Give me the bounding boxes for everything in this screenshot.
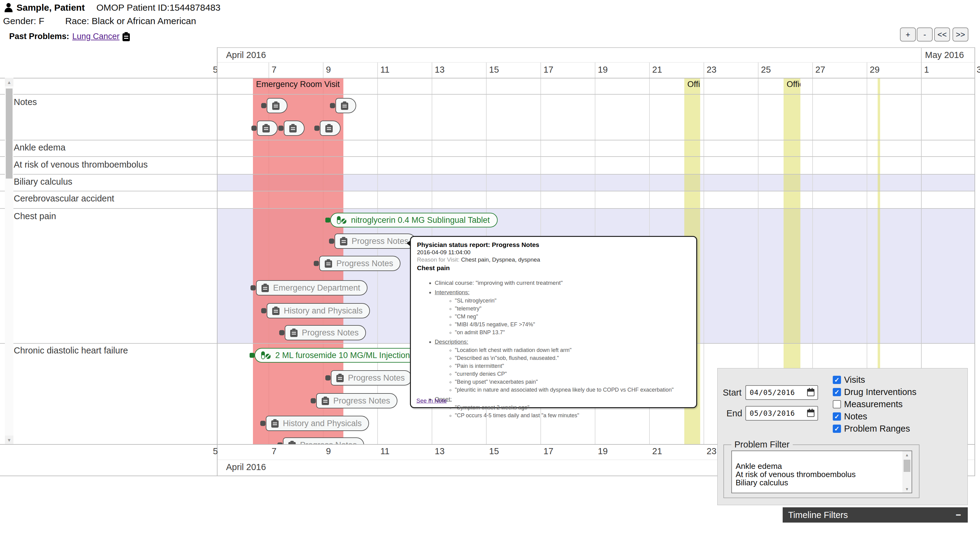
start-date-label: Start bbox=[723, 388, 741, 398]
row-label-chf: Chronic diastolic heart failure bbox=[14, 346, 128, 355]
drug-label: nitroglycerin 0.4 MG Sublingual Tablet bbox=[351, 216, 490, 225]
zoom-out-button[interactable]: - bbox=[917, 27, 933, 41]
start-date-input[interactable]: 04/05/2016 bbox=[745, 385, 818, 400]
scroll-up-button[interactable]: ▲ bbox=[5, 78, 13, 86]
medication-icon bbox=[261, 351, 271, 360]
scroll-up-button[interactable]: ▲ bbox=[902, 451, 912, 458]
note-pill[interactable] bbox=[267, 98, 288, 113]
end-date-input[interactable]: 05/03/2016 bbox=[745, 406, 818, 420]
clipboard-icon bbox=[288, 441, 296, 444]
top-tick: 3 bbox=[977, 65, 980, 75]
note-pill-history-physicals[interactable]: History and Physicals bbox=[266, 416, 369, 431]
row-label-chest-pain: Chest pain bbox=[14, 211, 56, 221]
top-tick: 21 bbox=[652, 65, 662, 75]
see-in-note-link[interactable]: See in Note bbox=[416, 397, 447, 404]
bottom-tick: 17 bbox=[544, 446, 553, 456]
drug-pill-nitroglycerin[interactable]: nitroglycerin 0.4 MG Sublingual Tablet bbox=[330, 213, 498, 227]
scroll-down-button[interactable]: ▼ bbox=[902, 485, 912, 493]
clipboard-icon bbox=[322, 396, 329, 405]
calendar-icon[interactable] bbox=[807, 389, 815, 396]
bullet-clinical-course: Clinical course: "improving with current… bbox=[435, 280, 690, 286]
visit-label: Offic bbox=[787, 80, 800, 89]
clipboard-icon bbox=[272, 306, 280, 315]
clipboard-icon bbox=[336, 374, 344, 382]
note-pill-progress-notes[interactable]: Progress Notes bbox=[319, 256, 401, 271]
clipboard-icon bbox=[290, 328, 298, 337]
calendar-icon[interactable] bbox=[807, 410, 815, 417]
past-problems: Past Problems: Lung Cancer bbox=[9, 32, 130, 41]
note-pill[interactable] bbox=[320, 121, 340, 136]
zoom-in-button[interactable]: + bbox=[900, 27, 916, 41]
bottom-tick: 9 bbox=[326, 446, 331, 456]
checkbox-checked[interactable]: ✓ bbox=[833, 376, 841, 384]
top-axis-month-may: May 2016 bbox=[925, 50, 964, 60]
filter-checkbox-problem-ranges[interactable]: ✓ Problem Ranges bbox=[833, 424, 910, 434]
problem-filter-label: Problem Filter bbox=[731, 439, 793, 450]
clipboard-icon bbox=[261, 284, 269, 292]
tooltip-bullet-list: Clinical course: "improving with current… bbox=[435, 280, 690, 419]
pan-right-button[interactable]: >> bbox=[953, 27, 968, 41]
note-pill-history-physicals[interactable]: History and Physicals bbox=[267, 303, 370, 318]
timeline-filters-bar[interactable]: Timeline Filters − bbox=[783, 507, 968, 523]
note-pill-emergency-department[interactable]: Emergency Department bbox=[256, 280, 368, 295]
scrollbar-thumb[interactable] bbox=[904, 460, 910, 472]
top-tick: 15 bbox=[489, 65, 499, 75]
top-tick: 23 bbox=[706, 65, 716, 75]
filter-checkbox-notes[interactable]: ✓ Notes bbox=[833, 411, 867, 422]
top-tick: 17 bbox=[544, 65, 553, 75]
top-tick: 1 bbox=[924, 65, 929, 75]
row-label-cerebrovascular: Cerebrovascular accident bbox=[14, 193, 114, 204]
clipboard-icon bbox=[341, 101, 348, 110]
row-label-notes: Notes bbox=[14, 97, 37, 107]
bottom-tick: 7 bbox=[272, 446, 277, 456]
row-label-at-risk-vte: At risk of venous thromboembolus bbox=[14, 160, 148, 170]
drug-pill-furosemide[interactable]: 2 ML furosemide 10 MG/ML Injection bbox=[255, 348, 418, 363]
note-pill-progress-notes[interactable]: Progress Notes bbox=[331, 370, 412, 385]
problem-option[interactable]: At risk of venous thromboembolus bbox=[732, 470, 912, 479]
problem-filter-scrollbar[interactable]: ▲ ▼ bbox=[902, 451, 912, 493]
scroll-down-button[interactable]: ▼ bbox=[5, 436, 13, 444]
top-tick: 11 bbox=[380, 65, 390, 75]
note-pill-progress-notes[interactable]: Progress Notes bbox=[283, 438, 364, 444]
bottom-axis-month-april: April 2016 bbox=[226, 462, 266, 472]
clipboard-icon bbox=[271, 419, 278, 428]
pan-left-button[interactable]: << bbox=[934, 27, 950, 41]
tooltip-timestamp: 2016-04-09 11:04:00 bbox=[417, 249, 690, 256]
note-pill-progress-notes[interactable]: Progress Notes bbox=[316, 393, 398, 408]
patient-omop-id: OMOP Patient ID:1544878483 bbox=[96, 2, 220, 13]
row-label-panel: Notes Ankle edema At risk of venous thro… bbox=[0, 47, 217, 476]
clipboard-icon bbox=[272, 101, 280, 110]
note-pill-progress-notes[interactable]: Progress Notes bbox=[285, 325, 366, 340]
filter-checkbox-measurements[interactable]: Measurements bbox=[833, 399, 903, 409]
top-tick: 9 bbox=[326, 65, 331, 75]
patient-timeline-app: Sample, Patient OMOP Patient ID:15448784… bbox=[0, 0, 980, 536]
note-pill[interactable] bbox=[257, 121, 278, 136]
bottom-tick: 5 bbox=[213, 446, 218, 456]
person-icon bbox=[4, 3, 13, 12]
bullet-descriptions: Descriptions: "Location left chest with … bbox=[435, 338, 690, 393]
filter-checkbox-visits[interactable]: ✓ Visits bbox=[833, 375, 865, 385]
checkbox-unchecked[interactable] bbox=[833, 400, 841, 408]
note-clipboard-icon[interactable] bbox=[123, 32, 130, 41]
bullet-interventions: Interventions: "SL nitroglycerin" "telem… bbox=[435, 289, 690, 336]
problem-filter-listbox[interactable]: Ankle edema At risk of venous thromboemb… bbox=[731, 450, 912, 493]
problem-option[interactable]: Ankle edema bbox=[732, 462, 912, 470]
note-tooltip: Physician status report: Progress Notes … bbox=[410, 236, 697, 408]
problem-option[interactable]: Biliary calculus bbox=[732, 479, 912, 487]
note-pill[interactable] bbox=[336, 98, 356, 113]
clipboard-icon bbox=[289, 124, 297, 132]
bottom-tick: 19 bbox=[598, 446, 608, 456]
checkbox-checked[interactable]: ✓ bbox=[833, 388, 841, 396]
note-pill[interactable] bbox=[284, 121, 305, 136]
past-problem-link[interactable]: Lung Cancer bbox=[72, 32, 120, 41]
patient-race: Race: Black or African American bbox=[65, 16, 196, 26]
patient-name: Sample, Patient bbox=[16, 2, 84, 13]
filter-checkbox-drug-interventions[interactable]: ✓ Drug Interventions bbox=[833, 387, 916, 397]
patient-demographics: Gender: F Race: Black or African America… bbox=[3, 16, 196, 26]
patient-gender: Gender: F bbox=[3, 16, 44, 26]
note-pill-progress-notes[interactable]: Progress Notes bbox=[334, 233, 416, 249]
checkbox-checked[interactable]: ✓ bbox=[833, 412, 841, 420]
checkbox-checked[interactable]: ✓ bbox=[833, 425, 841, 433]
scrollbar-thumb[interactable] bbox=[6, 89, 13, 179]
collapse-button[interactable]: − bbox=[956, 510, 961, 520]
